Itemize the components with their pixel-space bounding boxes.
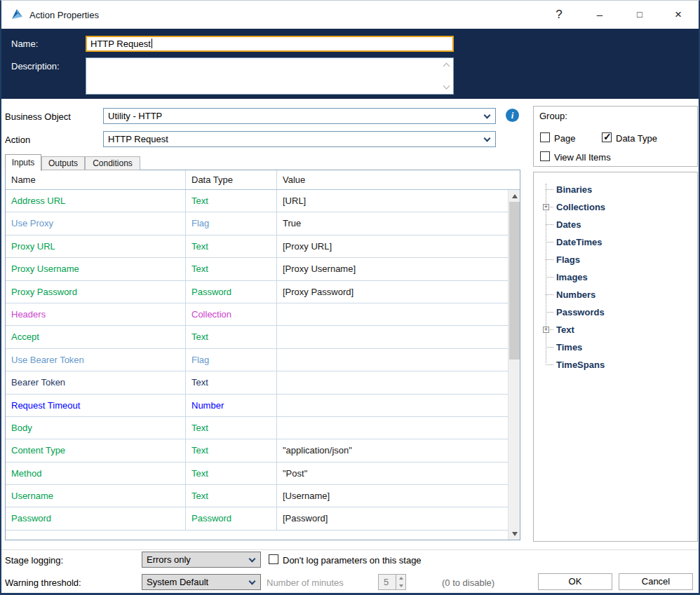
table-row[interactable]: Use Bearer TokenFlag [6, 349, 520, 371]
help-icon[interactable]: ? [543, 1, 575, 29]
expand-plus-icon[interactable]: + [543, 204, 549, 210]
table-row[interactable]: Use ProxyFlagTrue [6, 212, 520, 235]
tree-item-collections[interactable]: +Collections [534, 198, 697, 216]
dont-log-checkbox[interactable] [269, 554, 278, 564]
table-row[interactable]: Bearer TokenText [6, 371, 520, 394]
cell-name[interactable]: Proxy Username [6, 258, 186, 280]
table-row[interactable]: Proxy PasswordPassword[Proxy Password] [6, 281, 520, 303]
cell-value[interactable] [277, 349, 520, 371]
cell-value[interactable]: [URL] [277, 190, 520, 212]
stage-logging-dropdown[interactable]: Errors only [142, 552, 261, 568]
view-all-items-checkbox[interactable] [540, 151, 550, 161]
cell-name[interactable]: Use Proxy [6, 212, 186, 234]
tree-item-flags[interactable]: Flags [534, 251, 697, 268]
cell-type[interactable]: Password [186, 281, 277, 303]
cell-name[interactable]: Content Type [6, 439, 186, 461]
cell-type[interactable]: Text [186, 463, 277, 484]
cancel-button[interactable]: Cancel [619, 573, 693, 590]
tree-item-numbers[interactable]: Numbers [534, 286, 697, 303]
data-type-checkbox[interactable] [602, 132, 612, 142]
cell-type[interactable]: Password [186, 507, 277, 529]
table-row[interactable]: AcceptText [6, 326, 520, 348]
action-dropdown[interactable]: HTTP Request [103, 131, 496, 147]
cell-type[interactable]: Text [186, 439, 277, 461]
cell-name[interactable]: Username [6, 485, 186, 507]
scroll-up-icon[interactable] [509, 190, 520, 202]
tree-item-binaries[interactable]: Binaries [534, 181, 697, 198]
cell-name[interactable]: Bearer Token [6, 371, 186, 393]
cell-name[interactable]: Proxy Password [6, 281, 186, 303]
cell-value[interactable] [277, 326, 520, 348]
cell-type[interactable]: Text [186, 258, 277, 280]
cell-name[interactable]: Address URL [6, 190, 186, 212]
cell-name[interactable]: Method [6, 463, 186, 484]
name-input[interactable]: HTTP Request [86, 36, 454, 52]
cell-value[interactable] [277, 371, 520, 393]
table-row[interactable]: MethodText"Post" [6, 463, 520, 485]
spin-up-icon[interactable] [396, 575, 405, 582]
business-object-dropdown[interactable]: Utility - HTTP [103, 108, 496, 124]
cell-value[interactable] [277, 417, 520, 439]
tree-item-datetimes[interactable]: DateTimes [534, 233, 697, 251]
cell-type[interactable]: Text [186, 235, 277, 257]
tab-outputs[interactable]: Outputs [41, 156, 85, 170]
cell-value[interactable]: [Proxy URL] [277, 235, 520, 257]
table-row[interactable]: HeadersCollection [6, 303, 520, 326]
table-row[interactable]: UsernameText[Username] [6, 485, 520, 507]
table-scrollbar[interactable] [508, 190, 520, 540]
cell-value[interactable]: [Password] [277, 507, 520, 529]
tree-item-images[interactable]: Images [534, 268, 697, 286]
cell-value[interactable]: True [277, 212, 520, 234]
table-row[interactable]: Proxy URLText[Proxy URL] [6, 235, 520, 258]
cell-value[interactable]: [Proxy Username] [277, 258, 520, 280]
table-row[interactable]: BodyText [6, 417, 520, 439]
cell-name[interactable]: Accept [6, 326, 186, 348]
cell-type[interactable]: Text [186, 417, 277, 439]
scrollbar-thumb[interactable] [509, 202, 520, 360]
cell-type[interactable]: Flag [186, 349, 277, 371]
table-row[interactable]: Content TypeText"application/json" [6, 439, 520, 462]
minimize-icon[interactable]: – [584, 1, 616, 29]
tree-item-times[interactable]: Times [534, 338, 697, 356]
table-row[interactable]: Request TimeoutNumber [6, 395, 520, 417]
cell-name[interactable]: Use Bearer Token [6, 349, 186, 371]
cell-type[interactable]: Text [186, 485, 277, 507]
cell-value[interactable] [277, 303, 520, 325]
cell-type[interactable]: Text [186, 190, 277, 212]
cell-name[interactable]: Password [6, 507, 186, 529]
cell-name[interactable]: Request Timeout [6, 395, 186, 416]
table-row[interactable]: Address URLText[URL] [6, 190, 520, 212]
cell-value[interactable]: [Username] [277, 485, 520, 507]
tree-item-text[interactable]: +Text [534, 321, 697, 338]
ok-button[interactable]: OK [538, 573, 612, 590]
table-row[interactable]: Proxy UsernameText[Proxy Username] [6, 258, 520, 280]
cell-type[interactable]: Flag [186, 212, 277, 234]
tree-item-dates[interactable]: Dates [534, 216, 697, 233]
description-input[interactable] [86, 57, 454, 95]
cell-value[interactable]: "application/json" [277, 439, 520, 461]
cell-value[interactable] [277, 395, 520, 416]
close-icon[interactable]: × [662, 1, 694, 29]
info-icon[interactable]: i [506, 109, 519, 122]
minutes-spinner[interactable]: 5 [378, 574, 406, 590]
scroll-down-icon[interactable] [509, 528, 520, 540]
page-checkbox[interactable] [540, 132, 550, 142]
expand-plus-icon[interactable]: + [543, 327, 549, 333]
cell-type[interactable]: Text [186, 371, 277, 393]
maximize-icon[interactable]: □ [624, 1, 656, 29]
cell-value[interactable]: "Post" [277, 463, 520, 484]
cell-value[interactable]: [Proxy Password] [277, 281, 520, 303]
tree-item-timespans[interactable]: TimeSpans [534, 356, 697, 374]
cell-name[interactable]: Proxy URL [6, 235, 186, 257]
spin-down-icon[interactable] [396, 582, 405, 589]
tree-item-passwords[interactable]: Passwords [534, 303, 697, 321]
cell-type[interactable]: Text [186, 326, 277, 348]
cell-type[interactable]: Number [186, 395, 277, 416]
cell-name[interactable]: Body [6, 417, 186, 439]
tab-conditions[interactable]: Conditions [85, 156, 140, 170]
cell-type[interactable]: Collection [186, 303, 277, 325]
table-row[interactable]: PasswordPassword[Password] [6, 507, 520, 530]
tab-inputs[interactable]: Inputs [5, 154, 41, 171]
warning-threshold-dropdown[interactable]: System Default [142, 574, 261, 590]
cell-name[interactable]: Headers [6, 303, 186, 325]
